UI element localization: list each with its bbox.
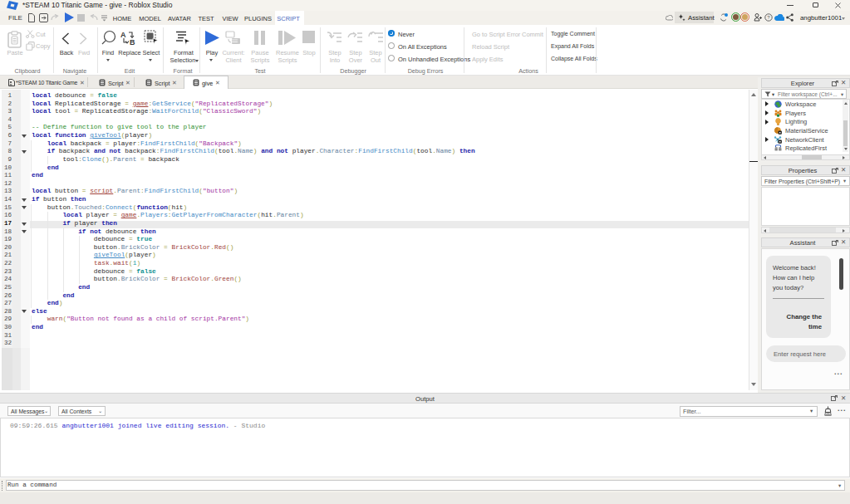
svg-text:A: A bbox=[120, 31, 126, 39]
svg-text:B: B bbox=[130, 38, 135, 46]
svg-text:?: ? bbox=[767, 15, 770, 20]
